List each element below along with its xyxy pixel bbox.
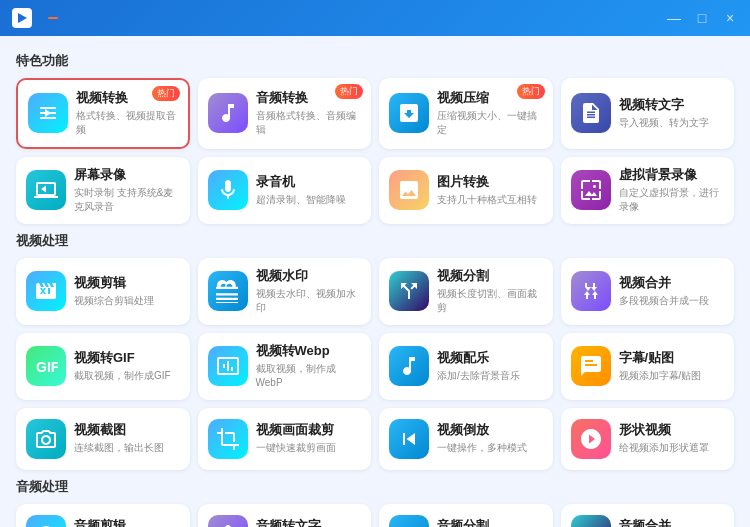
title-bar: — □ × [0, 0, 750, 36]
card-video-crop[interactable]: 视频画面裁剪一键快速裁剪画面 [198, 408, 372, 470]
video-edit-icon [26, 271, 66, 311]
card-video-edit[interactable]: 视频剪辑视频综合剪辑处理 [16, 258, 190, 325]
card-text-audio-split: 音频分割多种分割方式随心选 [437, 518, 543, 527]
card-text-video-edit: 视频剪辑视频综合剪辑处理 [74, 275, 180, 308]
card-text-video-split: 视频分割视频长度切割、画面裁剪 [437, 268, 543, 315]
card-desc-video-to-text: 导入视频、转为文字 [619, 116, 725, 130]
card-desc-video-to-webp: 截取视频，制作成WebP [256, 362, 362, 390]
card-audio-to-text[interactable]: 音频转文字导入音频，转为文字 [198, 504, 372, 527]
maximize-button[interactable]: □ [694, 10, 710, 26]
video-music-icon [389, 346, 429, 386]
video-to-gif-icon: GIF [26, 346, 66, 386]
card-desc-video-music: 添加/去除背景音乐 [437, 369, 543, 383]
card-text-audio-to-text: 音频转文字导入音频，转为文字 [256, 518, 362, 527]
video-watermark-icon [208, 271, 248, 311]
svg-marker-1 [45, 109, 51, 117]
card-video-reverse[interactable]: 视频倒放一键操作，多种模式 [379, 408, 553, 470]
image-convert-icon [389, 170, 429, 210]
virtual-bg-icon [571, 170, 611, 210]
card-text-audio-merge: 音频合并多段音频合并成一段 [619, 518, 725, 527]
card-desc-video-crop: 一键快速裁剪画面 [256, 441, 362, 455]
app-badge [48, 17, 58, 19]
card-video-to-webp[interactable]: 视频转Webp截取视频，制作成WebP [198, 333, 372, 400]
audio-edit-icon [26, 515, 66, 527]
card-screen-record[interactable]: 屏幕录像实时录制 支持系统&麦克风录音 [16, 157, 190, 224]
app-logo [12, 8, 32, 28]
card-name-video-screenshot: 视频截图 [74, 422, 180, 439]
card-audio-merge[interactable]: 音频合并多段音频合并成一段 [561, 504, 735, 527]
card-text-video-to-text: 视频转文字导入视频、转为文字 [619, 97, 725, 130]
card-name-video-merge: 视频合并 [619, 275, 725, 292]
card-desc-virtual-bg: 自定义虚拟背景，进行录像 [619, 186, 725, 214]
card-name-audio-split: 音频分割 [437, 518, 543, 527]
card-desc-video-reverse: 一键操作，多种模式 [437, 441, 543, 455]
card-video-merge[interactable]: 视频合并多段视频合并成一段 [561, 258, 735, 325]
audio-to-text-icon [208, 515, 248, 527]
cards-grid-audio-process: 音频剪辑音频综合剪辑处理音频转文字导入音频，转为文字音频分割多种分割方式随心选音… [16, 504, 734, 527]
card-text-video-music: 视频配乐添加/去除背景音乐 [437, 350, 543, 383]
card-text-audio-edit: 音频剪辑音频综合剪辑处理 [74, 518, 180, 527]
video-compress-icon [389, 93, 429, 133]
card-shape-video[interactable]: 形状视频给视频添加形状遮罩 [561, 408, 735, 470]
card-name-video-watermark: 视频水印 [256, 268, 362, 285]
section-title-video-process: 视频处理 [16, 232, 734, 250]
card-virtual-bg[interactable]: 虚拟背景录像自定义虚拟背景，进行录像 [561, 157, 735, 224]
card-name-voice-recorder: 录音机 [256, 174, 362, 191]
audio-split-icon [389, 515, 429, 527]
card-desc-video-watermark: 视频去水印、视频加水印 [256, 287, 362, 315]
svg-marker-0 [18, 13, 27, 23]
card-name-image-convert: 图片转换 [437, 174, 543, 191]
subtitle-sticker-icon [571, 346, 611, 386]
card-text-subtitle-sticker: 字幕/贴图视频添加字幕/贴图 [619, 350, 725, 383]
video-to-webp-icon [208, 346, 248, 386]
card-video-to-gif[interactable]: GIF视频转GIF截取视频，制作成GIF [16, 333, 190, 400]
card-name-screen-record: 屏幕录像 [74, 167, 180, 184]
video-screenshot-icon [26, 419, 66, 459]
card-text-video-watermark: 视频水印视频去水印、视频加水印 [256, 268, 362, 315]
card-name-video-split: 视频分割 [437, 268, 543, 285]
card-name-audio-merge: 音频合并 [619, 518, 725, 527]
card-text-shape-video: 形状视频给视频添加形状遮罩 [619, 422, 725, 455]
card-audio-convert[interactable]: 热门音频转换音频格式转换、音频编辑 [198, 78, 372, 149]
card-desc-video-merge: 多段视频合并成一段 [619, 294, 725, 308]
video-split-icon [389, 271, 429, 311]
video-convert-icon [28, 93, 68, 133]
card-name-subtitle-sticker: 字幕/贴图 [619, 350, 725, 367]
svg-text:GIF: GIF [36, 359, 58, 375]
audio-convert-icon [208, 93, 248, 133]
card-desc-shape-video: 给视频添加形状遮罩 [619, 441, 725, 455]
section-title-featured: 特色功能 [16, 52, 734, 70]
card-video-to-text[interactable]: 视频转文字导入视频、转为文字 [561, 78, 735, 149]
close-button[interactable]: × [722, 10, 738, 26]
card-video-split[interactable]: 视频分割视频长度切割、画面裁剪 [379, 258, 553, 325]
hot-badge: 热门 [517, 84, 545, 99]
card-name-video-reverse: 视频倒放 [437, 422, 543, 439]
card-name-audio-to-text: 音频转文字 [256, 518, 362, 527]
card-voice-recorder[interactable]: 录音机超清录制、智能降噪 [198, 157, 372, 224]
card-desc-subtitle-sticker: 视频添加字幕/贴图 [619, 369, 725, 383]
minimize-button[interactable]: — [666, 10, 682, 26]
card-desc-video-to-gif: 截取视频，制作成GIF [74, 369, 180, 383]
card-audio-edit[interactable]: 音频剪辑音频综合剪辑处理 [16, 504, 190, 527]
screen-record-icon [26, 170, 66, 210]
card-video-screenshot[interactable]: 视频截图连续截图，输出长图 [16, 408, 190, 470]
main-content: 特色功能热门视频转换格式转换、视频提取音频热门音频转换音频格式转换、音频编辑热门… [0, 36, 750, 527]
card-video-music[interactable]: 视频配乐添加/去除背景音乐 [379, 333, 553, 400]
card-text-video-to-gif: 视频转GIF截取视频，制作成GIF [74, 350, 180, 383]
card-text-screen-record: 屏幕录像实时录制 支持系统&麦克风录音 [74, 167, 180, 214]
card-name-video-music: 视频配乐 [437, 350, 543, 367]
card-text-video-screenshot: 视频截图连续截图，输出长图 [74, 422, 180, 455]
card-text-video-reverse: 视频倒放一键操作，多种模式 [437, 422, 543, 455]
card-name-audio-edit: 音频剪辑 [74, 518, 180, 527]
card-image-convert[interactable]: 图片转换支持几十种格式互相转 [379, 157, 553, 224]
card-name-video-to-gif: 视频转GIF [74, 350, 180, 367]
cards-grid-video-process: 视频剪辑视频综合剪辑处理视频水印视频去水印、视频加水印视频分割视频长度切割、画面… [16, 258, 734, 470]
card-audio-split[interactable]: 音频分割多种分割方式随心选 [379, 504, 553, 527]
card-video-compress[interactable]: 热门视频压缩压缩视频大小、一键搞定 [379, 78, 553, 149]
card-desc-voice-recorder: 超清录制、智能降噪 [256, 193, 362, 207]
card-name-video-to-webp: 视频转Webp [256, 343, 362, 360]
audio-merge-icon [571, 515, 611, 527]
card-video-watermark[interactable]: 视频水印视频去水印、视频加水印 [198, 258, 372, 325]
card-subtitle-sticker[interactable]: 字幕/贴图视频添加字幕/贴图 [561, 333, 735, 400]
card-video-convert[interactable]: 热门视频转换格式转换、视频提取音频 [16, 78, 190, 149]
